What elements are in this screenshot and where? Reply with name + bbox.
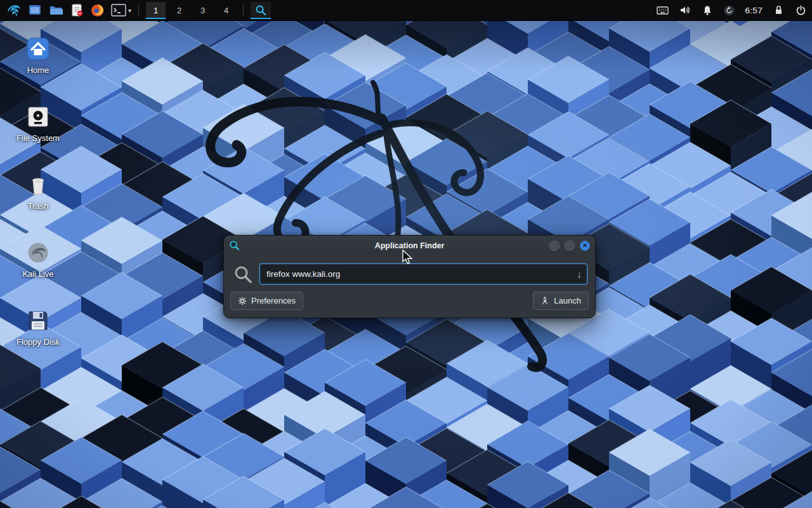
bell-icon — [702, 5, 712, 16]
speaker-icon — [679, 5, 690, 15]
desktop-icon-file-system[interactable]: File System — [5, 104, 71, 143]
search-icon — [233, 264, 253, 284]
desktop-icon-label: File System — [16, 134, 60, 143]
screen-lock-tray-button[interactable] — [772, 4, 785, 17]
gear-icon — [238, 297, 247, 305]
volume-tray-button[interactable] — [679, 4, 691, 17]
kali-menu-button[interactable] — [5, 2, 22, 19]
workspace-button-2[interactable]: 2 — [169, 2, 189, 19]
folder-launcher[interactable] — [47, 2, 64, 19]
desktop-icon-kali-live[interactable]: Kali Live — [5, 239, 71, 279]
maximize-button[interactable] — [565, 241, 575, 251]
desktop-icon-home[interactable]: Home — [5, 36, 71, 75]
titlebar[interactable]: Application Finder ✕ — [224, 236, 595, 255]
document-icon — [70, 3, 84, 17]
keyboard-icon — [657, 6, 669, 15]
desktop-icon-label: Home — [27, 66, 49, 75]
updates-tray-button[interactable] — [723, 4, 736, 17]
launcher-dropdown-caret[interactable]: ▾ — [128, 7, 131, 14]
file-manager-launcher[interactable] — [26, 2, 43, 19]
window-title: Application Finder — [224, 241, 595, 250]
hard-drive-icon — [25, 104, 51, 130]
desktop-icon-floppy-disk[interactable]: Floppy Disk — [5, 307, 71, 347]
desktop-icon-trash[interactable]: Trash — [5, 171, 71, 211]
notifications-tray-button[interactable] — [701, 4, 714, 17]
trash-icon — [25, 171, 51, 198]
panel-clock[interactable]: 6:57 — [745, 6, 763, 15]
floppy-disk-icon — [25, 307, 51, 334]
terminal-launcher[interactable] — [110, 2, 127, 19]
app-finder-window-icon — [229, 240, 240, 251]
kali-logo-icon — [6, 3, 22, 18]
dialog-buttons: Preferences Launch — [224, 284, 595, 318]
application-finder-window: Application Finder ✕ ↓ Preferences — [223, 235, 596, 318]
launch-label: Launch — [554, 296, 581, 305]
workspace-button-1[interactable]: 1 — [146, 2, 166, 19]
desktop-icon-label: Trash — [28, 202, 49, 211]
app-finder-task-icon — [255, 4, 266, 16]
power-icon — [796, 5, 806, 16]
preferences-button[interactable]: Preferences — [230, 291, 303, 310]
system-tray: 6:57 — [657, 4, 807, 17]
command-input[interactable] — [259, 264, 587, 284]
lock-icon — [774, 5, 783, 15]
display-keyboard-tray-button[interactable] — [657, 4, 669, 17]
search-row: ↓ — [224, 255, 595, 284]
close-button[interactable]: ✕ — [580, 241, 590, 251]
firefox-icon — [91, 4, 104, 17]
terminal-icon — [111, 4, 126, 17]
taskbar-application-finder[interactable] — [251, 2, 271, 19]
workspace-button-3[interactable]: 3 — [193, 2, 213, 19]
desktop-icon-label: Floppy Disk — [16, 338, 60, 347]
close-icon: ✕ — [582, 243, 587, 249]
logout-tray-button[interactable] — [794, 4, 807, 17]
panel-separator — [138, 4, 139, 17]
desktop-icon-label: Kali Live — [22, 270, 53, 279]
circular-arrow-icon — [724, 5, 735, 16]
workspace-button-4[interactable]: 4 — [216, 2, 236, 19]
kali-live-icon — [25, 239, 51, 266]
minimize-button[interactable] — [549, 241, 560, 251]
panel-separator — [243, 4, 244, 17]
firefox-launcher[interactable] — [89, 2, 106, 19]
top-panel: ▾ 1 2 3 4 — [0, 0, 812, 21]
launch-button[interactable]: Launch — [533, 291, 589, 310]
folder-icon — [49, 3, 63, 17]
preferences-label: Preferences — [251, 296, 296, 305]
files-icon — [28, 3, 42, 17]
home-icon — [25, 36, 51, 62]
launch-icon — [540, 296, 549, 305]
text-editor-launcher[interactable] — [68, 2, 85, 19]
